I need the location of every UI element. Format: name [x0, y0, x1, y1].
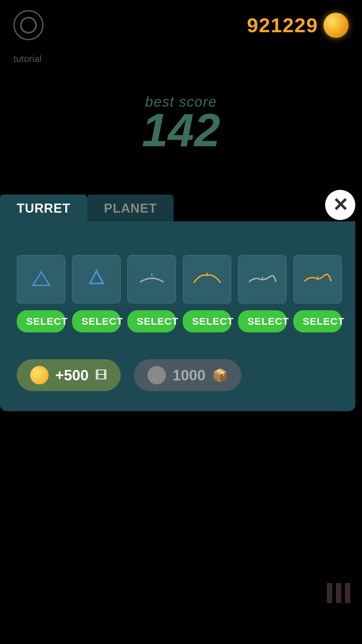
- turret-item-5: SELECT: [238, 255, 287, 332]
- best-score-value: 142: [142, 107, 220, 154]
- select-button-2[interactable]: SELECT: [72, 310, 121, 332]
- select-button-3[interactable]: SELECT: [127, 310, 176, 332]
- select-button-6[interactable]: SELECT: [293, 310, 342, 332]
- svg-rect-9: [336, 583, 341, 603]
- turret-card-5: [238, 255, 287, 304]
- tabs: TURRET PLANET: [0, 195, 174, 222]
- svg-rect-10: [345, 583, 350, 603]
- turret-item-2: SELECT: [72, 255, 121, 332]
- watermark-icon: [325, 580, 352, 606]
- coin-icon: [323, 13, 349, 38]
- top-bar: 921229: [0, 0, 362, 50]
- svg-marker-2: [90, 271, 103, 283]
- select-button-5[interactable]: SELECT: [238, 310, 287, 332]
- panel-content: SELECT SELECT SELECT: [0, 221, 355, 411]
- turret-item-1: SELECT: [17, 255, 65, 332]
- select-button-4[interactable]: SELECT: [183, 310, 231, 332]
- mystery-box-button[interactable]: 1000 📦: [134, 359, 241, 391]
- coin-display: 921229: [247, 13, 349, 38]
- select-button-1[interactable]: SELECT: [17, 310, 65, 332]
- settings-icon: [20, 17, 37, 34]
- coin-count: 921229: [247, 14, 318, 37]
- close-button[interactable]: ✕: [325, 190, 355, 220]
- turret-icon-5: [247, 269, 278, 289]
- mystery-coin-icon: [147, 366, 166, 384]
- tab-turret[interactable]: TURRET: [0, 195, 87, 222]
- turret-card-3: [127, 255, 176, 304]
- bottom-buttons: +500 🎞 1000 📦: [10, 359, 345, 391]
- coin-reward-icon: [30, 366, 49, 384]
- turret-row: SELECT SELECT SELECT: [10, 255, 345, 332]
- turret-card-2: [72, 255, 121, 304]
- turret-icon-6: [303, 269, 333, 289]
- mystery-amount: 1000: [173, 367, 205, 384]
- turret-icon-2: [81, 269, 112, 289]
- best-score-area: best score 142: [142, 94, 220, 154]
- coin-reward-amount: +500: [55, 367, 88, 384]
- turret-icon-4: [192, 269, 222, 289]
- turret-card-1: [17, 255, 65, 304]
- turret-card-4: [183, 255, 231, 304]
- tutorial-label: tutorial: [13, 54, 42, 64]
- turret-item-6: SELECT: [293, 255, 342, 332]
- svg-rect-8: [327, 583, 332, 603]
- turret-icon-1: [26, 269, 56, 289]
- close-icon: ✕: [333, 196, 348, 214]
- turret-item-4: SELECT: [183, 255, 231, 332]
- coin-reward-button[interactable]: +500 🎞: [17, 359, 121, 391]
- svg-marker-0: [33, 272, 50, 285]
- film-icon: 🎞: [95, 368, 107, 382]
- mystery-box-icon: 📦: [212, 368, 228, 383]
- tab-planet[interactable]: PLANET: [87, 195, 174, 222]
- turret-item-3: SELECT: [127, 255, 176, 332]
- watermark: [325, 580, 352, 610]
- turret-card-6: [293, 255, 342, 304]
- turret-icon-3: [137, 269, 167, 289]
- settings-button[interactable]: [13, 10, 44, 40]
